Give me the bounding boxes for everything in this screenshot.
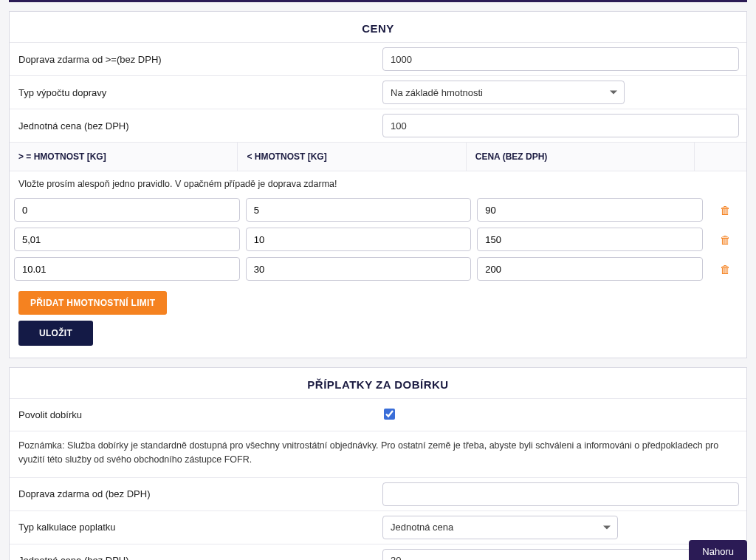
cod-title: PŘÍPLATKY ZA DOBÍRKU <box>10 368 746 398</box>
checkbox-enable-cod[interactable] <box>384 409 395 420</box>
input-cod-flat-rate[interactable] <box>382 549 739 561</box>
trash-icon[interactable]: 🗑 <box>720 264 731 275</box>
label-enable-cod: Povolit dobírku <box>10 402 378 428</box>
row-cod-calc-type: Typ kalkulace poplatku Jednotná cena <box>10 511 746 544</box>
rule-row: 🗑 <box>14 195 742 225</box>
rule-price-input[interactable] <box>477 257 703 281</box>
weight-table-head: > = HMOTNOST [KG] < HMOTNOST [KG] CENA (… <box>10 142 746 171</box>
rule-gte-input[interactable] <box>14 228 240 251</box>
prices-title: CENY <box>10 12 746 42</box>
rule-row: 🗑 <box>14 225 742 254</box>
col-lt: < HMOTNOST [KG] <box>238 143 466 171</box>
rule-rows: 🗑 🗑 🗑 <box>10 194 746 288</box>
label-flat-rate: Jednotná cena (bez DPH) <box>10 113 378 139</box>
select-cod-calc-type[interactable]: Jednotná cena <box>382 516 618 539</box>
label-cod-free-shipping: Doprava zdarma od (bez DPH) <box>10 481 378 507</box>
label-free-shipping: Doprava zdarma od >=(bez DPH) <box>10 47 378 72</box>
row-enable-cod: Povolit dobírku <box>10 398 746 431</box>
row-flat-rate: Jednotná cena (bez DPH) <box>10 109 746 142</box>
trash-icon[interactable]: 🗑 <box>720 234 731 245</box>
label-cod-flat-rate: Jednotná cena (bez DPH) <box>10 547 378 560</box>
row-cod-free-shipping: Doprava zdarma od (bez DPH) <box>10 477 746 511</box>
col-gte: > = HMOTNOST [KG] <box>10 143 238 171</box>
rule-lt-input[interactable] <box>246 257 472 281</box>
input-free-shipping[interactable] <box>382 47 739 71</box>
select-calc-type[interactable]: Na základě hmotnosti <box>382 81 625 104</box>
row-free-shipping: Doprava zdarma od >=(bez DPH) <box>10 42 746 75</box>
scroll-to-top-button[interactable]: Nahoru <box>689 540 747 560</box>
rule-price-input[interactable] <box>477 198 703 222</box>
rule-gte-input[interactable] <box>14 198 240 222</box>
cod-panel: PŘÍPLATKY ZA DOBÍRKU Povolit dobírku Poz… <box>9 367 747 560</box>
add-weight-limit-button[interactable]: PŘIDAT HMOTNOSTNÍ LIMIT <box>18 291 167 315</box>
rule-lt-input[interactable] <box>246 228 472 251</box>
rule-row: 🗑 <box>14 254 742 284</box>
input-flat-rate[interactable] <box>382 114 739 137</box>
prices-panel: CENY Doprava zdarma od >=(bez DPH) Typ v… <box>9 11 747 358</box>
save-button[interactable]: ULOŽIT <box>18 321 93 346</box>
label-calc-type: Typ výpočtu dopravy <box>10 80 378 106</box>
rule-lt-input[interactable] <box>246 198 472 222</box>
row-calc-type: Typ výpočtu dopravy Na základě hmotnosti <box>10 75 746 109</box>
col-price: CENA (BEZ DPH) <box>467 143 695 171</box>
rules-hint: Vložte prosím alespoň jedno pravidlo. V … <box>10 171 746 194</box>
row-cod-flat-rate: Jednotná cena (bez DPH) <box>10 544 746 561</box>
rule-price-input[interactable] <box>477 228 703 251</box>
input-cod-free-shipping[interactable] <box>382 482 739 506</box>
label-cod-calc-type: Typ kalkulace poplatku <box>10 514 378 540</box>
cod-note: Poznámka: Služba dobírky je standardně d… <box>10 431 746 477</box>
trash-icon[interactable]: 🗑 <box>720 205 731 216</box>
rule-gte-input[interactable] <box>14 257 240 281</box>
